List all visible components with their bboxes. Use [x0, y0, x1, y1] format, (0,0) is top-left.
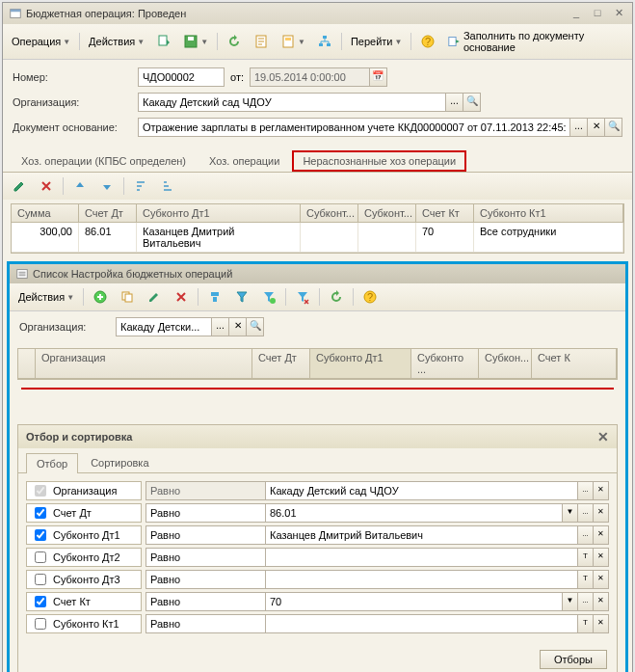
help-button[interactable]: ? [415, 31, 440, 52]
col-sub-dt2[interactable]: Субконт... [301, 204, 358, 222]
goto-menu[interactable]: Перейти▼ [346, 33, 408, 50]
val-sub-dt2-t[interactable]: T [578, 548, 594, 567]
sub-col-sub-dt3[interactable]: Субкон... [479, 349, 532, 378]
table-row[interactable]: 300,00 86.01 Казанцев Дмитрий Витальевич… [12, 223, 623, 253]
tab-ops-kpbs[interactable]: Хоз. операции (КПБС определен) [11, 150, 197, 172]
val-sub-kt1-t[interactable]: T [578, 614, 594, 633]
main-grid: Сумма Счет Дт Субконто Дт1 Субконт... Су… [11, 203, 624, 254]
filters-button[interactable]: Отборы [540, 650, 607, 669]
sub-org-select-button[interactable]: ... [212, 317, 229, 336]
delete-button[interactable] [169, 286, 194, 308]
close-button[interactable]: ✕ [611, 7, 626, 20]
val-sub-dt1-clr[interactable]: ✕ [594, 525, 609, 545]
grid-down-button[interactable] [94, 175, 119, 197]
org-select-button[interactable]: ... [446, 93, 463, 112]
tab-ops[interactable]: Хоз. операции [198, 150, 290, 172]
val-sub-dt3-t[interactable]: T [578, 570, 594, 589]
val-sub-kt1[interactable] [265, 614, 578, 633]
calendar-icon[interactable]: 📅 [370, 67, 387, 87]
org-search-icon[interactable]: 🔍 [463, 93, 481, 112]
refresh-button[interactable] [222, 31, 247, 52]
grid-sort-desc-button[interactable] [155, 175, 180, 197]
col-sub-dt3[interactable]: Субконт... [358, 204, 416, 222]
svg-rect-4 [188, 37, 194, 40]
sub-col-sub-dt2[interactable]: Субконто ... [411, 349, 479, 378]
val-org-sel[interactable]: ... [578, 481, 594, 500]
filter3-button[interactable] [256, 286, 281, 308]
chk-sub-dt3[interactable] [35, 574, 46, 585]
sub-org-input[interactable] [116, 317, 212, 336]
sub-org-search-icon[interactable]: 🔍 [247, 317, 264, 336]
docbase-clear-button[interactable]: ✕ [588, 118, 605, 137]
date-input[interactable] [250, 67, 370, 87]
maximize-button[interactable]: □ [590, 7, 605, 20]
tab-unrecognized[interactable]: Нераспознанные хоз операции [292, 150, 466, 172]
val-acct-dt-sel[interactable]: ... [578, 503, 594, 523]
operation-menu[interactable]: Операция▼ [7, 33, 75, 50]
val-acct-dt[interactable] [265, 503, 563, 523]
val-org-clr[interactable]: ✕ [594, 481, 609, 500]
filter1-button[interactable] [202, 286, 227, 308]
filter2-button[interactable] [229, 286, 254, 308]
val-sub-dt3[interactable] [265, 570, 578, 589]
sub-help-button[interactable]: ? [357, 286, 383, 308]
sub-actions-menu[interactable]: Действия▼ [13, 288, 79, 306]
filter-close-button[interactable]: ✕ [597, 429, 609, 444]
docbase-select-button[interactable]: ... [570, 118, 588, 137]
sub-col-acct-kt[interactable]: Счет К [532, 349, 617, 378]
chk-sub-dt1[interactable] [35, 529, 46, 541]
number-input[interactable] [138, 67, 225, 87]
val-acct-kt-sel[interactable]: ... [578, 592, 594, 611]
col-sub-dt1[interactable]: Субконто Дт1 [137, 204, 301, 222]
save-button[interactable]: ▼ [178, 31, 213, 52]
copy-button[interactable] [115, 286, 140, 308]
fill-by-doc-button[interactable]: Заполнить по документу основание [442, 27, 628, 56]
sub-col-sub-dt1[interactable]: Субконто Дт1 [310, 349, 411, 378]
val-sub-dt2-clr[interactable]: ✕ [594, 548, 609, 567]
chk-sub-dt2[interactable] [35, 551, 46, 563]
docbase-search-icon[interactable]: 🔍 [605, 118, 622, 137]
val-sub-dt3-clr[interactable]: ✕ [594, 570, 609, 589]
val-sub-dt1[interactable] [265, 525, 578, 545]
val-acct-dt-dd[interactable]: ▼ [563, 503, 578, 523]
col-acct-kt[interactable]: Счет Кт [416, 204, 474, 222]
col-acct-dt[interactable]: Счет Дт [79, 204, 137, 222]
col-sub-kt1[interactable]: Субконто Кт1 [474, 204, 623, 222]
val-sub-dt1-sel[interactable]: ... [578, 525, 594, 545]
org-label: Организация: [13, 96, 138, 108]
val-sub-dt2[interactable] [265, 548, 578, 567]
chk-sub-kt1[interactable] [35, 618, 46, 630]
struct-button[interactable] [312, 31, 337, 52]
filter-tab-sort[interactable]: Сортировка [80, 452, 159, 472]
filter-clear-button[interactable] [290, 286, 315, 308]
sub-org-label: Организация: [19, 321, 116, 333]
org-input[interactable] [138, 93, 446, 112]
chk-acct-kt[interactable] [35, 596, 46, 607]
sub-refresh-button[interactable] [324, 286, 349, 308]
edit-button[interactable] [142, 286, 167, 308]
val-org[interactable] [265, 481, 578, 500]
actions-menu[interactable]: Действия▼ [84, 33, 149, 50]
val-sub-kt1-clr[interactable]: ✕ [594, 614, 609, 633]
val-acct-kt[interactable] [265, 592, 563, 611]
col-sum[interactable]: Сумма [12, 204, 79, 222]
sub-col-acct-dt[interactable]: Счет Дт [252, 349, 310, 378]
sub-org-clear-button[interactable]: ✕ [229, 317, 247, 336]
val-acct-kt-clr[interactable]: ✕ [594, 592, 609, 611]
add-button[interactable] [88, 286, 113, 308]
filter-tab-filter[interactable]: Отбор [26, 453, 78, 473]
grid-edit-button[interactable] [7, 175, 32, 197]
val-acct-kt-dd[interactable]: ▼ [563, 592, 578, 611]
chk-acct-dt[interactable] [35, 507, 46, 519]
docbase-input[interactable] [138, 118, 570, 137]
grid-up-button[interactable] [67, 175, 93, 197]
doc2-button[interactable]: ▼ [276, 31, 310, 52]
minimize-button[interactable]: _ [569, 7, 584, 20]
val-acct-dt-clr[interactable]: ✕ [594, 503, 609, 523]
post-button[interactable] [151, 31, 176, 52]
grid-sort-asc-button[interactable] [128, 175, 153, 197]
sub-col-org[interactable]: Организация [36, 349, 252, 378]
grid-delete-button[interactable] [34, 175, 59, 197]
sub-title: Список Настройка бюджетных операций [33, 268, 620, 280]
doc1-button[interactable] [249, 31, 274, 52]
